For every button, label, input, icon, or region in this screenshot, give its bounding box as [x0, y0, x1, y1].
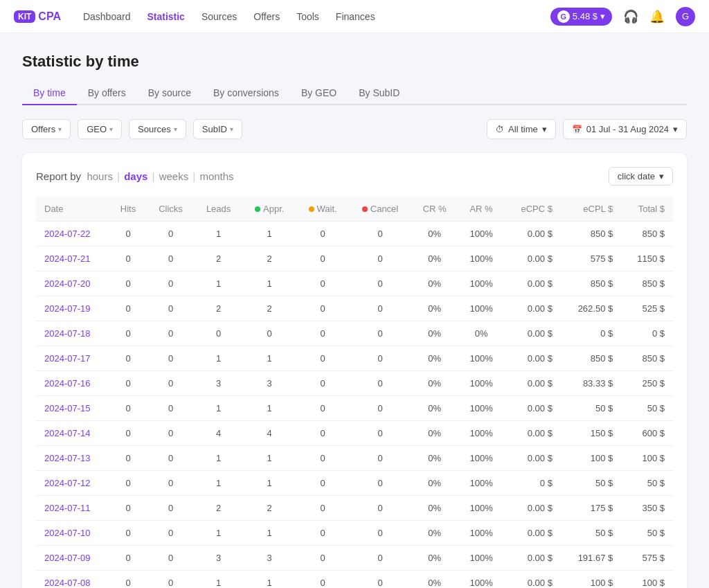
date-link[interactable]: 2024-07-10 — [44, 528, 91, 538]
time-filter[interactable]: ⏱ All time ▾ — [487, 119, 556, 139]
date-link[interactable]: 2024-07-13 — [44, 453, 91, 463]
nav-offers[interactable]: Offers — [253, 11, 280, 22]
bell-icon[interactable]: 🔔 — [649, 9, 665, 24]
cell-cr: 0% — [411, 546, 458, 571]
cell-ar: 100% — [458, 271, 505, 296]
cell-ecpc: 0.00 $ — [505, 321, 561, 346]
table-row: 2024-07-12 0 0 1 1 0 0 0% 100% 0 $ 50 $ … — [36, 471, 673, 496]
date-link[interactable]: 2024-07-17 — [44, 353, 91, 364]
cell-leads: 2 — [195, 496, 243, 521]
cell-total: 600 $ — [621, 421, 673, 446]
tab-by-time[interactable]: By time — [22, 82, 77, 105]
nav-sources[interactable]: Sources — [201, 11, 237, 22]
cell-appr: 1 — [242, 346, 296, 371]
date-link[interactable]: 2024-07-22 — [44, 229, 91, 239]
date-link[interactable]: 2024-07-18 — [44, 328, 91, 339]
cell-ecpl: 50 $ — [561, 396, 621, 421]
nav-dashboard[interactable]: Dashboard — [83, 11, 131, 22]
table-row: 2024-07-20 0 0 1 1 0 0 0% 100% 0.00 $ 85… — [36, 271, 673, 296]
subid-filter[interactable]: SubID ▾ — [193, 119, 242, 139]
offers-filter-label: Offers — [31, 124, 55, 134]
cell-clicks: 0 — [147, 546, 195, 571]
cell-hits: 0 — [109, 396, 147, 421]
nav-statistic[interactable]: Statistic — [147, 11, 184, 22]
date-link[interactable]: 2024-07-12 — [44, 478, 91, 488]
report-card: Report by hours | days | weeks | months … — [22, 153, 687, 588]
cell-ar: 100% — [458, 247, 505, 271]
cell-leads: 1 — [195, 396, 243, 421]
sources-filter[interactable]: Sources ▾ — [129, 119, 186, 139]
col-wait: Wait. — [296, 197, 349, 222]
headset-icon[interactable]: 🎧 — [623, 9, 638, 24]
nav-finances[interactable]: Finances — [336, 11, 375, 22]
sources-filter-label: Sources — [138, 124, 171, 134]
offers-filter[interactable]: Offers ▾ — [22, 119, 71, 139]
cell-clicks: 0 — [147, 471, 195, 496]
report-by-label: Report by — [36, 170, 81, 182]
cell-cancel: 0 — [349, 546, 411, 571]
geo-filter[interactable]: GEO ▾ — [78, 119, 122, 139]
period-weeks[interactable]: weeks — [159, 170, 189, 182]
cell-cancel: 0 — [349, 396, 411, 421]
cell-clicks: 0 — [147, 222, 195, 247]
chevron-down-icon: ▾ — [600, 11, 605, 21]
navbar: KIT CPA Dashboard Statistic Sources Offe… — [0, 0, 709, 33]
cell-ecpl: 83.33 $ — [561, 371, 621, 396]
balance-amount: 5.48 $ — [573, 11, 598, 21]
cell-leads: 3 — [195, 371, 243, 396]
cell-ar: 100% — [458, 496, 505, 521]
date-link[interactable]: 2024-07-20 — [44, 278, 91, 289]
date-link[interactable]: 2024-07-09 — [44, 553, 91, 563]
cell-appr: 1 — [242, 446, 296, 471]
cell-ecpc: 0.00 $ — [505, 346, 561, 371]
nav-tools[interactable]: Tools — [296, 11, 319, 22]
cell-total: 50 $ — [621, 396, 673, 421]
cell-hits: 0 — [109, 421, 147, 446]
period-hours[interactable]: hours — [87, 170, 113, 182]
cell-ecpc: 0.00 $ — [505, 421, 561, 446]
cell-ecpl: 850 $ — [561, 346, 621, 371]
period-days[interactable]: days — [124, 170, 147, 182]
tab-by-offers[interactable]: By offers — [77, 82, 137, 105]
date-filter[interactable]: 📅 01 Jul - 31 Aug 2024 ▾ — [563, 119, 687, 139]
cell-ecpl: 575 $ — [561, 247, 621, 271]
cell-cancel: 0 — [349, 271, 411, 296]
tab-by-conversions[interactable]: By conversions — [202, 82, 290, 105]
date-link[interactable]: 2024-07-19 — [44, 303, 91, 314]
col-date: Date — [36, 197, 109, 222]
tab-by-geo[interactable]: By GEO — [290, 82, 348, 105]
date-link[interactable]: 2024-07-15 — [44, 403, 91, 413]
cell-leads: 4 — [195, 421, 243, 446]
cell-leads: 2 — [195, 247, 243, 271]
cell-appr: 2 — [242, 247, 296, 271]
user-avatar[interactable]: G — [676, 7, 695, 26]
chevron-down-icon: ▾ — [542, 124, 547, 134]
chevron-down-icon: ▾ — [673, 124, 678, 134]
tab-by-source[interactable]: By source — [137, 82, 202, 105]
cell-ar: 100% — [458, 446, 505, 471]
table-row: 2024-07-18 0 0 0 0 0 0 0% 0% 0.00 $ 0 $ … — [36, 321, 673, 346]
click-date-button[interactable]: click date ▾ — [609, 167, 673, 186]
date-link[interactable]: 2024-07-11 — [44, 503, 91, 513]
cell-wait: 0 — [296, 222, 349, 247]
chevron-down-icon: ▾ — [659, 171, 664, 181]
cell-total: 525 $ — [621, 296, 673, 321]
balance-button[interactable]: G 5.48 $ ▾ — [550, 8, 612, 26]
date-link[interactable]: 2024-07-08 — [44, 578, 91, 588]
tab-by-subid[interactable]: By SubID — [348, 82, 411, 105]
cell-ar: 100% — [458, 346, 505, 371]
table-row: 2024-07-21 0 0 2 2 0 0 0% 100% 0.00 $ 57… — [36, 247, 673, 271]
period-months[interactable]: months — [199, 170, 233, 182]
col-leads: Leads — [195, 197, 243, 222]
date-link[interactable]: 2024-07-16 — [44, 378, 91, 389]
clock-icon: ⏱ — [496, 125, 504, 134]
cell-leads: 1 — [195, 346, 243, 371]
cell-clicks: 0 — [147, 321, 195, 346]
date-link[interactable]: 2024-07-21 — [44, 253, 91, 264]
date-link[interactable]: 2024-07-14 — [44, 428, 91, 438]
cell-appr: 1 — [242, 396, 296, 421]
cell-cancel: 0 — [349, 521, 411, 546]
cell-cancel: 0 — [349, 371, 411, 396]
calendar-icon: 📅 — [572, 125, 582, 134]
cell-ecpl: 175 $ — [561, 496, 621, 521]
